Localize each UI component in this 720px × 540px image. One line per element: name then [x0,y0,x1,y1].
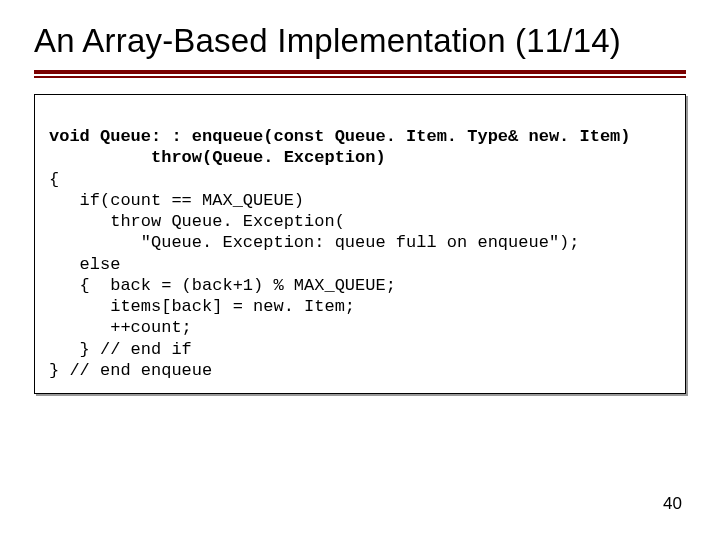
code-line: else [49,255,120,274]
code-line: } // end enqueue [49,361,212,380]
slide-title: An Array-Based Implementation (11/14) [34,22,686,60]
code-line: { back = (back+1) % MAX_QUEUE; [49,276,396,295]
code-line: } // end if [49,340,192,359]
page-number: 40 [663,494,682,514]
code-line: ++count; [49,318,192,337]
rule-thin [34,76,686,78]
code-block: void Queue: : enqueue(const Queue. Item.… [49,105,671,381]
code-line: { [49,170,59,189]
code-line: void Queue: : enqueue(const Queue. Item.… [49,127,631,146]
title-underline [34,70,686,78]
code-line: items[back] = new. Item; [49,297,355,316]
code-line: throw Queue. Exception( [49,212,345,231]
rule-thick [34,70,686,74]
code-line: "Queue. Exception: queue full on enqueue… [49,233,580,252]
slide: An Array-Based Implementation (11/14) vo… [0,0,720,540]
code-line: throw(Queue. Exception) [49,148,386,167]
code-box: void Queue: : enqueue(const Queue. Item.… [34,94,686,394]
code-line: if(count == MAX_QUEUE) [49,191,304,210]
